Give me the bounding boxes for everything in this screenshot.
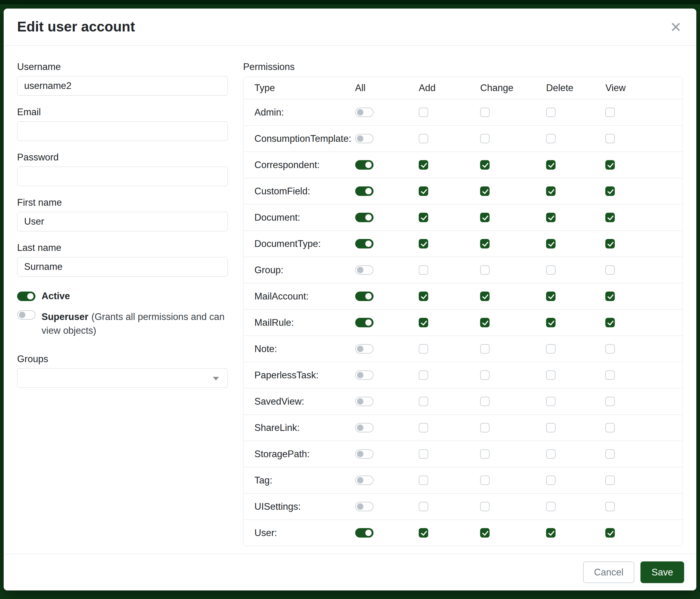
permission-view-checkbox[interactable] bbox=[605, 318, 615, 327]
permission-view-checkbox[interactable] bbox=[605, 160, 615, 170]
permission-change-checkbox[interactable] bbox=[480, 344, 490, 354]
permission-all-toggle[interactable] bbox=[355, 134, 374, 143]
permission-add-checkbox[interactable] bbox=[419, 239, 428, 248]
permission-delete-checkbox[interactable] bbox=[546, 239, 555, 248]
email-input[interactable] bbox=[17, 121, 228, 141]
permission-add-checkbox[interactable] bbox=[419, 476, 428, 485]
permission-view-checkbox[interactable] bbox=[605, 502, 615, 511]
permission-add-checkbox[interactable] bbox=[419, 213, 428, 222]
permission-change-checkbox[interactable] bbox=[480, 502, 490, 511]
permission-delete-checkbox[interactable] bbox=[546, 449, 555, 459]
permission-delete-checkbox[interactable] bbox=[546, 186, 555, 196]
permission-view-checkbox[interactable] bbox=[605, 397, 615, 406]
permission-delete-checkbox[interactable] bbox=[546, 370, 555, 380]
permission-view-checkbox[interactable] bbox=[605, 528, 615, 537]
permission-change-checkbox[interactable] bbox=[480, 423, 490, 432]
permission-view-checkbox[interactable] bbox=[605, 239, 615, 248]
permission-view-checkbox[interactable] bbox=[605, 370, 615, 380]
permission-type-label: ConsumptionTemplate: bbox=[243, 133, 353, 144]
permission-view-checkbox[interactable] bbox=[605, 423, 615, 432]
permission-view-checkbox[interactable] bbox=[605, 344, 615, 354]
permission-delete-checkbox[interactable] bbox=[546, 134, 555, 143]
permission-add-checkbox[interactable] bbox=[419, 107, 428, 117]
permission-delete-checkbox[interactable] bbox=[546, 265, 555, 275]
permission-delete-checkbox[interactable] bbox=[546, 423, 555, 432]
permission-add-checkbox[interactable] bbox=[419, 291, 428, 301]
permission-all-toggle[interactable] bbox=[355, 107, 374, 117]
permission-add-checkbox[interactable] bbox=[419, 344, 428, 354]
permission-change-checkbox[interactable] bbox=[480, 186, 490, 196]
permission-all-toggle[interactable] bbox=[355, 213, 374, 222]
permission-all-toggle[interactable] bbox=[355, 186, 374, 196]
permission-all-toggle[interactable] bbox=[355, 449, 374, 459]
groups-select[interactable] bbox=[17, 368, 228, 388]
permission-change-checkbox[interactable] bbox=[480, 291, 490, 301]
permission-delete-checkbox[interactable] bbox=[546, 528, 555, 537]
permission-view-checkbox[interactable] bbox=[605, 213, 615, 222]
permission-delete-checkbox[interactable] bbox=[546, 344, 555, 354]
save-button[interactable]: Save bbox=[641, 561, 684, 583]
permission-add-checkbox[interactable] bbox=[419, 370, 428, 380]
permission-change-checkbox[interactable] bbox=[480, 476, 490, 485]
permission-all-toggle[interactable] bbox=[355, 397, 374, 406]
permission-add-checkbox[interactable] bbox=[419, 318, 428, 327]
close-icon[interactable]: ✕ bbox=[669, 18, 683, 36]
permission-add-checkbox[interactable] bbox=[419, 423, 428, 432]
permission-delete-checkbox[interactable] bbox=[546, 397, 555, 406]
permission-all-toggle[interactable] bbox=[355, 291, 374, 301]
permission-change-checkbox[interactable] bbox=[480, 318, 490, 327]
permission-add-checkbox[interactable] bbox=[419, 265, 428, 275]
permission-view-checkbox[interactable] bbox=[605, 265, 615, 275]
permission-change-checkbox[interactable] bbox=[480, 370, 490, 380]
permission-row: Note: bbox=[243, 336, 682, 362]
permission-view-checkbox[interactable] bbox=[605, 134, 615, 143]
last-name-input[interactable] bbox=[17, 257, 228, 277]
permission-all-toggle[interactable] bbox=[355, 370, 374, 380]
permission-all-toggle[interactable] bbox=[355, 502, 374, 511]
permission-add-checkbox[interactable] bbox=[419, 397, 428, 406]
cancel-button[interactable]: Cancel bbox=[583, 561, 635, 583]
permission-view-checkbox[interactable] bbox=[605, 107, 615, 117]
permissions-table-body: Admin:ConsumptionTemplate:Correspondent:… bbox=[243, 99, 682, 546]
permission-view-checkbox[interactable] bbox=[605, 476, 615, 485]
permission-view-checkbox[interactable] bbox=[605, 186, 615, 196]
permission-change-checkbox[interactable] bbox=[480, 107, 490, 117]
permission-all-toggle[interactable] bbox=[355, 318, 374, 327]
permission-all-toggle[interactable] bbox=[355, 423, 374, 432]
permission-change-checkbox[interactable] bbox=[480, 528, 490, 537]
password-input[interactable] bbox=[17, 167, 228, 186]
permission-change-checkbox[interactable] bbox=[480, 213, 490, 222]
permission-delete-checkbox[interactable] bbox=[546, 107, 555, 117]
permission-change-checkbox[interactable] bbox=[480, 160, 490, 170]
permission-all-toggle[interactable] bbox=[355, 265, 374, 275]
active-toggle[interactable] bbox=[17, 291, 35, 301]
permission-change-checkbox[interactable] bbox=[480, 397, 490, 406]
username-input[interactable] bbox=[17, 76, 228, 96]
permission-view-checkbox[interactable] bbox=[605, 449, 615, 459]
permission-delete-checkbox[interactable] bbox=[546, 318, 555, 327]
superuser-toggle[interactable] bbox=[17, 310, 35, 320]
permission-add-checkbox[interactable] bbox=[419, 528, 428, 537]
permission-delete-checkbox[interactable] bbox=[546, 213, 555, 222]
permission-add-checkbox[interactable] bbox=[419, 186, 428, 196]
permission-add-checkbox[interactable] bbox=[419, 449, 428, 459]
permission-delete-checkbox[interactable] bbox=[546, 502, 555, 511]
permission-change-checkbox[interactable] bbox=[480, 134, 490, 143]
permission-view-checkbox[interactable] bbox=[605, 291, 615, 301]
permission-delete-checkbox[interactable] bbox=[546, 160, 555, 170]
first-name-input[interactable] bbox=[17, 212, 228, 231]
permission-all-toggle[interactable] bbox=[355, 344, 374, 354]
permission-all-toggle[interactable] bbox=[355, 239, 374, 248]
permission-add-checkbox[interactable] bbox=[419, 502, 428, 511]
permission-change-checkbox[interactable] bbox=[480, 449, 490, 459]
permission-change-checkbox[interactable] bbox=[480, 239, 490, 248]
permission-add-checkbox[interactable] bbox=[419, 134, 428, 143]
permission-delete-checkbox[interactable] bbox=[546, 476, 555, 485]
permission-all-toggle[interactable] bbox=[355, 476, 374, 485]
permission-change-checkbox[interactable] bbox=[480, 265, 490, 275]
permission-all-toggle[interactable] bbox=[355, 528, 374, 537]
permission-add-checkbox[interactable] bbox=[419, 160, 428, 170]
permission-delete-checkbox[interactable] bbox=[546, 291, 555, 301]
permission-all-toggle[interactable] bbox=[355, 160, 374, 170]
email-label: Email bbox=[17, 107, 228, 118]
